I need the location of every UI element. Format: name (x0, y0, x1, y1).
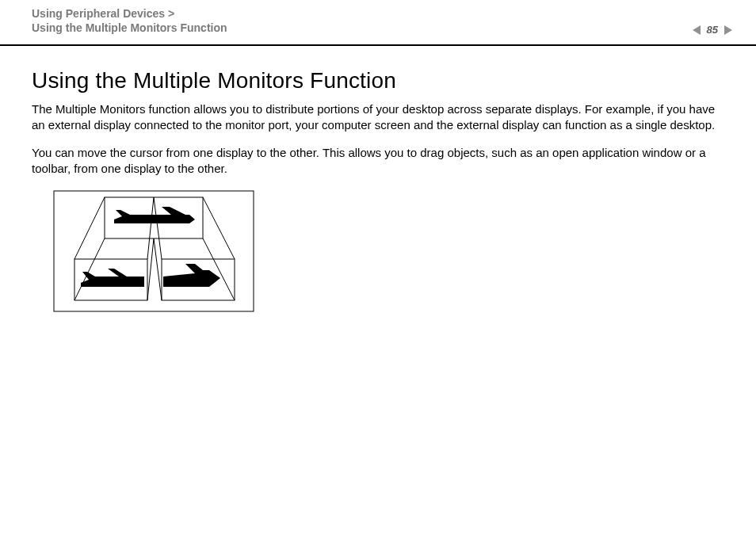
next-page-icon[interactable] (724, 25, 732, 35)
page-header: Using Peripheral Devices > Using the Mul… (0, 0, 756, 46)
body-paragraph-2: You can move the cursor from one display… (32, 145, 724, 177)
breadcrumb-line1: Using Peripheral Devices > (32, 7, 174, 20)
document-page: Using Peripheral Devices > Using the Mul… (0, 0, 756, 534)
svg-line-4 (74, 197, 105, 259)
breadcrumb: Using Peripheral Devices > Using the Mul… (32, 6, 227, 35)
page-content: Using the Multiple Monitors Function The… (0, 46, 756, 318)
previous-page-icon[interactable] (693, 25, 701, 35)
multi-monitor-diagram-svg (51, 188, 257, 315)
body-paragraph-1: The Multiple Monitors function allows yo… (32, 101, 724, 134)
svg-line-5 (203, 197, 235, 259)
page-number: 85 (705, 24, 720, 36)
breadcrumb-line2: Using the Multiple Monitors Function (32, 21, 227, 35)
multi-monitor-illustration (51, 188, 724, 318)
page-title: Using the Multiple Monitors Function (32, 68, 724, 93)
page-navigator: 85 (693, 24, 732, 36)
